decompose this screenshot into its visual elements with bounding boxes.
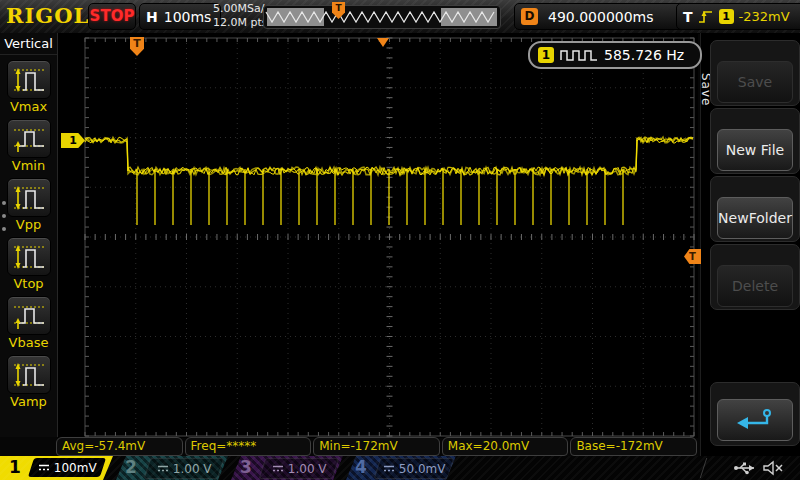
return-arrow-icon (734, 407, 776, 433)
delay-box[interactable]: D 490.000000ms (514, 3, 684, 30)
measurement-max: Max=20.0mV (442, 437, 569, 456)
horizontal-timebase-box[interactable]: H 100ms (139, 3, 221, 30)
channel-3-status[interactable]: 3 1.00 V (231, 456, 343, 480)
frequency-counter: 1 585.726 Hz (528, 41, 702, 69)
menu-item-vtop[interactable]: Vtop (5, 237, 53, 291)
run-state-indicator[interactable]: STOP (88, 3, 136, 30)
channel-4-volts-div: 50.0mV (399, 462, 446, 476)
delete-button[interactable]: Delete (717, 265, 793, 307)
softkey-slot-2: New File (710, 108, 800, 174)
menu-title: Vertical (0, 33, 57, 55)
menu-item-vamp[interactable]: Vamp (5, 355, 53, 409)
thumbnail-wave (264, 6, 500, 28)
channel-3-volts-div: 1.00 V (288, 462, 327, 476)
channel-1-volts-div: 100mV (54, 461, 97, 475)
waveform-display: T 1 T (58, 33, 698, 438)
softkey-slot-4: Delete (710, 244, 800, 310)
rigol-logo: RIGOL (6, 3, 89, 28)
dc-coupling-icon (157, 464, 169, 473)
softkey-slot-6 (710, 382, 800, 446)
vtop-icon (7, 237, 51, 276)
vmin-icon (7, 119, 51, 158)
channel-2-volts-div: 1.00 V (173, 462, 212, 476)
menu-item-vmax[interactable]: Vmax (5, 60, 53, 114)
measurement-base: Base=-172mV (570, 437, 697, 456)
vamp-icon (7, 355, 51, 394)
channel-4-scale: 50.0mV (374, 458, 455, 479)
channel-3-number: 3 (240, 457, 252, 477)
sample-rate: 5.00MSa/s (213, 2, 270, 16)
oscilloscope-screen: RIGOL STOP H 100ms 5.00MSa/s 12.0M pts T… (0, 0, 800, 480)
usb-icon (733, 460, 757, 476)
vamp-label: Vamp (5, 394, 53, 409)
channel-2-status[interactable]: 2 1.00 V (116, 456, 228, 480)
channel-2-scale: 1.00 V (144, 458, 225, 479)
measurement-bar: Avg=-57.4mV Freq=***** Min=-172mV Max=20… (56, 437, 697, 456)
softkey-slot-1: Save (710, 40, 800, 106)
horizontal-reference-icon[interactable] (377, 38, 389, 47)
frequency-value: 585.726 Hz (604, 47, 684, 63)
right-soft-menu: Save Save New File NewFolder Delete (700, 33, 800, 456)
dc-coupling-icon (383, 464, 395, 473)
channel-2-number: 2 (125, 457, 137, 477)
channel-4-number: 4 (355, 457, 367, 477)
new-folder-button[interactable]: NewFolder (717, 197, 793, 239)
measurement-min: Min=-172mV (313, 437, 440, 456)
vpp-icon (7, 178, 51, 217)
measurement-avg: Avg=-57.4mV (56, 437, 183, 456)
speaker-muted-icon (762, 459, 784, 477)
dc-coupling-icon (272, 464, 284, 473)
delay-badge: D (521, 8, 538, 25)
vpp-label: Vpp (5, 217, 53, 232)
channel-4-status[interactable]: 4 50.0mV (346, 456, 456, 480)
memory-position-thumbnail[interactable] (263, 5, 501, 29)
menu-item-vpp[interactable]: Vpp (5, 178, 53, 232)
trigger-box[interactable]: T 1 -232mV (676, 3, 800, 30)
menu-item-vbase[interactable]: Vbase (5, 296, 53, 350)
channel-1-status[interactable]: 1 100mV (0, 456, 113, 480)
square-wave-icon (560, 49, 598, 61)
trigger-level-value: -232mV (739, 9, 790, 24)
delay-value: 490.000000ms (548, 9, 654, 25)
rising-edge-icon (698, 9, 714, 25)
left-measure-menu: Vertical (0, 33, 58, 437)
trigger-source-badge: 1 (719, 9, 734, 24)
graticule-and-trace (58, 33, 698, 438)
save-button[interactable]: Save (717, 61, 793, 103)
vmax-label: Vmax (5, 99, 53, 114)
channel-status-bar: 1 100mV 2 1.00 V 3 (0, 456, 800, 480)
timebase-value: 100ms (164, 9, 212, 25)
vmin-label: Vmin (5, 158, 53, 173)
menu-page-dots (2, 201, 6, 231)
softkey-slot-3: NewFolder (710, 176, 800, 242)
menu-item-vmin[interactable]: Vmin (5, 119, 53, 173)
channel-1-scale: 100mV (28, 458, 106, 477)
channel-3-scale: 1.00 V (259, 458, 340, 479)
back-button[interactable] (717, 399, 793, 441)
measurement-freq: Freq=***** (185, 437, 312, 456)
vbase-icon (7, 296, 51, 335)
new-file-button[interactable]: New File (717, 129, 793, 171)
vbase-label: Vbase (5, 335, 53, 350)
channel-1-number: 1 (9, 457, 21, 477)
header-bar: RIGOL STOP H 100ms 5.00MSa/s 12.0M pts T… (0, 0, 800, 34)
freq-channel-badge: 1 (538, 47, 554, 63)
vtop-label: Vtop (5, 276, 53, 291)
dc-coupling-icon (38, 463, 50, 472)
trigger-label: T (683, 9, 693, 25)
acquisition-info: 5.00MSa/s 12.0M pts (213, 2, 270, 30)
memory-depth: 12.0M pts (213, 16, 270, 30)
horizontal-label: H (146, 9, 158, 25)
vmax-icon (7, 60, 51, 99)
status-separator (700, 458, 707, 478)
